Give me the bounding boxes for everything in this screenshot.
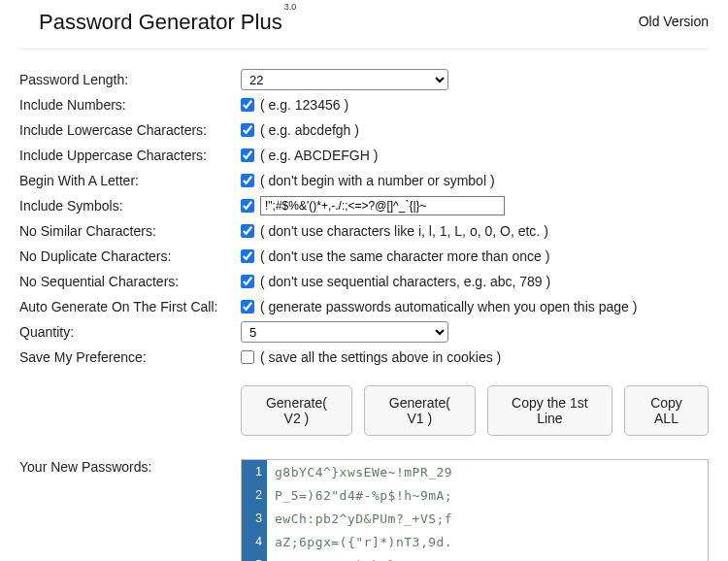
password-line-number: 1: [242, 460, 267, 483]
button-row: Generate( V2 ) Generate( V1 ) Copy the 1…: [241, 385, 709, 436]
password-value[interactable]: g8bYC4^}xwsEWe~!mPR_29: [267, 460, 708, 483]
uppercase-hint: ( e.g. ABCDEFGH ): [260, 148, 378, 163]
no-sequential-label: No Sequential Characters:: [19, 274, 241, 289]
uppercase-label: Include Uppercase Characters:: [19, 148, 241, 163]
save-pref-hint: ( save all the settings above in cookies…: [260, 349, 501, 365]
password-line: 1g8bYC4^}xwsEWe~!mPR_29: [242, 460, 708, 483]
save-pref-label: Save My Preference:: [19, 349, 241, 365]
no-similar-checkbox[interactable]: [241, 224, 254, 238]
password-line-number: 5: [242, 553, 267, 561]
no-sequential-hint: ( don't use sequential characters, e.g. …: [260, 274, 550, 289]
generate-v1-button[interactable]: Generate( V1 ): [364, 385, 476, 436]
length-select[interactable]: 22: [241, 69, 448, 90]
no-duplicate-label: No Duplicate Characters:: [19, 248, 241, 264]
begin-letter-label: Begin With A Letter:: [19, 173, 241, 188]
version-badge: 3.0: [284, 2, 297, 12]
password-line-number: 3: [242, 507, 267, 530]
auto-gen-checkbox[interactable]: [241, 300, 254, 314]
no-similar-label: No Similar Characters:: [19, 223, 241, 239]
password-line: 3ewCh:pb2^yD&PUm?_+VS;f: [242, 507, 708, 530]
no-similar-hint: ( don't use characters like i, l, 1, L, …: [260, 223, 548, 239]
no-duplicate-hint: ( don't use the same character more than…: [260, 248, 549, 264]
begin-letter-checkbox[interactable]: [241, 174, 254, 187]
copy-first-button[interactable]: Copy the 1st Line: [487, 385, 612, 436]
title-text: Password Generator Plus: [39, 10, 282, 34]
no-sequential-checkbox[interactable]: [241, 275, 254, 288]
password-line: 4aZ;6pgx=({"r]*)nT3,9d.: [242, 530, 708, 553]
auto-gen-hint: ( generate passwords automatically when …: [260, 299, 637, 314]
symbols-checkbox[interactable]: [241, 199, 254, 213]
password-value[interactable]: s5'7#wE<eS)*b:}!rXD;yZ: [267, 553, 708, 561]
results-label: Your New Passwords:: [19, 459, 241, 475]
begin-letter-hint: ( don't begin with a number or symbol ): [260, 173, 495, 188]
password-value[interactable]: aZ;6pgx=({"r]*)nT3,9d.: [267, 530, 708, 553]
numbers-checkbox[interactable]: [241, 98, 254, 112]
symbols-label: Include Symbols:: [19, 198, 241, 214]
symbols-input[interactable]: [260, 196, 505, 215]
password-value[interactable]: ewCh:pb2^yD&PUm?_+VS;f: [267, 507, 708, 530]
password-line-number: 4: [242, 530, 267, 553]
quantity-select[interactable]: 5: [241, 321, 448, 343]
auto-gen-label: Auto Generate On The First Call:: [19, 299, 241, 314]
save-pref-checkbox[interactable]: [241, 350, 254, 364]
numbers-hint: ( e.g. 123456 ): [260, 97, 348, 113]
password-line: 5s5'7#wE<eS)*b:}!rXD;yZ: [242, 553, 708, 561]
password-line-number: 2: [242, 483, 267, 507]
lowercase-hint: ( e.g. abcdefgh ): [260, 122, 359, 138]
old-version-link[interactable]: Old Version: [639, 10, 709, 29]
lowercase-label: Include Lowercase Characters:: [19, 122, 241, 138]
settings-form: Password Length: 22 Include Numbers: ( e…: [19, 67, 709, 370]
numbers-label: Include Numbers:: [19, 97, 241, 113]
results-box: 1g8bYC4^}xwsEWe~!mPR_292P_5=)62"d4#-%p$!…: [241, 459, 709, 561]
password-line: 2P_5=)62"d4#-%p$!h~9mA;: [242, 483, 708, 507]
uppercase-checkbox[interactable]: [241, 148, 254, 162]
length-label: Password Length:: [19, 72, 241, 87]
quantity-label: Quantity:: [19, 324, 241, 340]
lowercase-checkbox[interactable]: [241, 123, 254, 137]
password-value[interactable]: P_5=)62"d4#-%p$!h~9mA;: [267, 483, 708, 507]
no-duplicate-checkbox[interactable]: [241, 249, 254, 263]
generate-v2-button[interactable]: Generate( V2 ): [241, 385, 352, 436]
page-title: Password Generator Plus3.0: [39, 10, 294, 35]
copy-all-button[interactable]: Copy ALL: [624, 385, 709, 436]
